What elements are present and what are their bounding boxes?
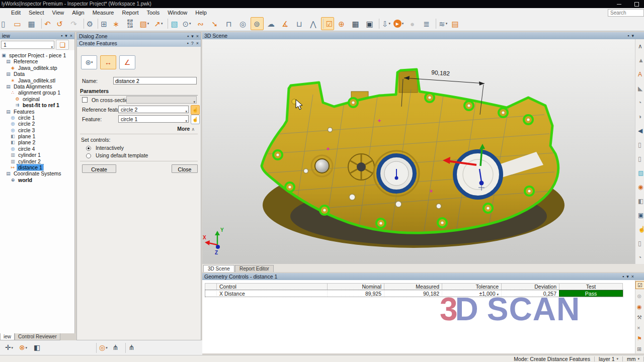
menu-item[interactable]: Align bbox=[68, 10, 88, 16]
cloud-gauge-icon[interactable]: ☁ bbox=[265, 17, 278, 30]
digitized-data-icon[interactable]: 010 011 110 bbox=[124, 17, 137, 30]
robot-arm-icon[interactable]: ⋔ bbox=[109, 341, 122, 354]
pin-icon[interactable]: ▪ bbox=[622, 273, 624, 280]
chevron-down-icon[interactable]: ▾ bbox=[191, 33, 194, 40]
model-icon[interactable]: ▧ ▾ bbox=[138, 17, 151, 30]
scene-tab[interactable]: 3D Scene bbox=[203, 265, 234, 272]
side-tool-icon[interactable]: ◣ bbox=[635, 81, 644, 96]
tree-item[interactable]: ⚙ original bbox=[0, 96, 74, 102]
search-input[interactable] bbox=[608, 9, 644, 17]
cross-section-checkbox[interactable] bbox=[82, 97, 88, 103]
feature-select[interactable]: circle 1 ▾ bbox=[118, 115, 189, 123]
side-tool-icon[interactable]: ▯ bbox=[635, 152, 644, 166]
undo-history-icon[interactable]: ↺ bbox=[53, 17, 66, 30]
menu-item[interactable]: View bbox=[48, 10, 68, 16]
robot-arm-2-icon[interactable]: ⋔ bbox=[123, 341, 136, 354]
scene-tab[interactable]: Report Editor bbox=[235, 265, 274, 272]
side-tool-icon[interactable]: ∧ bbox=[635, 39, 644, 53]
tree-item[interactable]: ↦ distance 1 bbox=[0, 164, 74, 170]
side-tool-icon[interactable]: ▯ bbox=[635, 236, 644, 250]
align-star-icon[interactable]: ∗ bbox=[110, 17, 123, 30]
tree-item[interactable]: ◧ plane 1 bbox=[0, 133, 74, 139]
side-tool-icon[interactable]: ▲ bbox=[635, 53, 644, 67]
column-header[interactable]: Test bbox=[559, 283, 623, 290]
save-icon[interactable]: ▦ bbox=[25, 17, 38, 30]
tree-item[interactable]: ∗ Jawa_odlitek.stl bbox=[0, 77, 74, 83]
tree-item[interactable]: ∴ alignment group 1 bbox=[0, 89, 74, 96]
menu-item[interactable]: Window bbox=[164, 10, 191, 16]
probe-point-icon[interactable]: ➘ bbox=[208, 17, 221, 30]
feature-name-input[interactable] bbox=[113, 77, 197, 84]
distance-tool[interactable]: ↔ bbox=[100, 55, 116, 69]
side-tool-icon[interactable]: ◑ bbox=[635, 110, 644, 124]
row-selector[interactable] bbox=[205, 290, 217, 297]
side-tool-icon[interactable]: ▣ bbox=[635, 208, 644, 222]
tree-item[interactable]: ▤ Coordinate Systems bbox=[0, 170, 74, 176]
wrench-icon[interactable]: ⚒ bbox=[635, 312, 644, 323]
menu-item[interactable]: Report bbox=[118, 10, 142, 16]
chevron-down-icon[interactable]: ▾ bbox=[65, 32, 67, 39]
menu-item[interactable]: Select bbox=[25, 10, 48, 16]
curvature-icon[interactable]: ∾ bbox=[194, 17, 207, 30]
thickness-gauge-icon[interactable]: ⊔ bbox=[293, 17, 306, 30]
filter-icon[interactable]: ✛ ▾ bbox=[3, 341, 16, 354]
colormap-cube-icon[interactable]: ▧ bbox=[166, 17, 179, 30]
side-tool-icon[interactable]: ◀ bbox=[635, 124, 644, 138]
tree-item[interactable]: ▤ Data bbox=[0, 71, 74, 77]
menu-item[interactable]: Tools bbox=[143, 10, 164, 16]
pin-icon[interactable]: ▪ bbox=[61, 32, 62, 39]
chevron-down-icon[interactable]: ▾ bbox=[626, 273, 629, 280]
side-tool-icon[interactable]: ◔ bbox=[635, 250, 644, 264]
piece-info-button[interactable]: ❏ bbox=[56, 40, 69, 50]
side-tool-icon[interactable]: ▯ bbox=[635, 138, 644, 152]
tree-item[interactable]: ▤ Reference bbox=[0, 58, 74, 64]
caliper-icon[interactable]: ⊓ bbox=[222, 17, 235, 30]
tree-item[interactable]: ◧ plane 2 bbox=[0, 139, 74, 145]
stop-icon[interactable]: ● bbox=[406, 17, 419, 30]
projector-icon[interactable]: ⊗ ▾ bbox=[17, 341, 30, 354]
targets-icon[interactable]: ◎ ▾ bbox=[95, 341, 108, 354]
menu-item[interactable]: Edit bbox=[7, 10, 25, 16]
tree-item[interactable]: ◎ circle 3 bbox=[0, 127, 74, 133]
compass-icon[interactable]: ⋀ bbox=[307, 17, 320, 30]
column-header[interactable]: Nominal bbox=[327, 283, 384, 290]
clapperboard-icon[interactable]: ◧ bbox=[31, 341, 44, 354]
open-folder-icon[interactable]: ▭ bbox=[11, 17, 24, 30]
find-label-icon[interactable]: ◎ bbox=[236, 17, 250, 30]
default-template-radio[interactable] bbox=[86, 153, 91, 158]
dock-tab[interactable]: iew bbox=[0, 333, 15, 340]
tree-item[interactable]: ◎ circle 4 bbox=[0, 146, 74, 152]
play-sequence-icon[interactable]: ≣ bbox=[420, 17, 433, 30]
dimension-grid-icon[interactable]: ⊚ bbox=[251, 17, 264, 30]
control-options-icon[interactable]: ☑ bbox=[635, 281, 644, 289]
menu-item[interactable]: Help bbox=[191, 10, 211, 16]
snapshot-icon[interactable]: ⊞ bbox=[635, 344, 644, 353]
pin-icon[interactable]: ▪ bbox=[187, 33, 189, 40]
tree-item[interactable]: ⊕ world bbox=[0, 177, 74, 183]
add-snapshot-icon[interactable]: ⊕ bbox=[335, 17, 348, 30]
side-tool-icon[interactable]: ◧ bbox=[635, 194, 644, 208]
import-icon[interactable]: ⊞ bbox=[96, 17, 109, 30]
interactively-radio[interactable] bbox=[86, 146, 91, 151]
restore-button[interactable] bbox=[634, 2, 639, 7]
notes-icon[interactable]: ▤ bbox=[449, 17, 462, 30]
side-tool-icon[interactable]: ☝ bbox=[635, 222, 644, 236]
tree-item[interactable]: ◈ Jawa_odlitek.stp bbox=[0, 65, 74, 71]
tree-item[interactable]: ◎ circle 1 bbox=[0, 115, 74, 121]
minimize-button[interactable] bbox=[617, 4, 621, 5]
create-button[interactable]: Create bbox=[82, 164, 116, 173]
feature-icon[interactable]: ⊛ bbox=[635, 291, 644, 302]
column-header[interactable]: Tolerance bbox=[442, 283, 502, 290]
column-header[interactable]: Measured bbox=[384, 283, 442, 290]
report-checklist-icon[interactable]: ☑ bbox=[321, 17, 334, 30]
options-icon[interactable]: ⚙ bbox=[82, 17, 95, 30]
column-header[interactable]: Deviation bbox=[501, 283, 559, 290]
close-icon[interactable]: × bbox=[70, 32, 72, 39]
side-tool-icon[interactable]: A bbox=[635, 67, 644, 81]
redo-icon[interactable]: ↷ bbox=[67, 17, 80, 30]
pin-icon[interactable]: ▪ bbox=[187, 40, 189, 47]
tree-item[interactable]: ⇉ best-fit to ref 1 bbox=[0, 102, 74, 108]
tree-item[interactable]: ▥ cylinder 1 bbox=[0, 152, 74, 158]
help-icon[interactable]: ? bbox=[191, 40, 194, 47]
new-project-icon[interactable]: ▯ bbox=[0, 17, 10, 30]
